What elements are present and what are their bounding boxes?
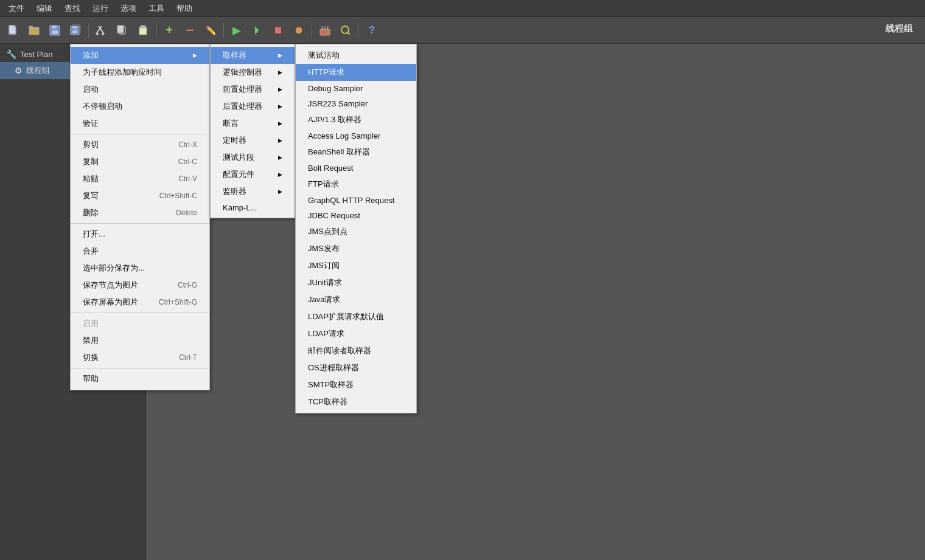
remove-button[interactable]: − <box>180 21 200 40</box>
find-button[interactable] <box>336 21 355 40</box>
menu-item-debug-sampler[interactable]: Debug Sampler <box>296 81 416 96</box>
menu-item-help[interactable]: 帮助 <box>71 370 209 387</box>
label: 打开... <box>83 229 105 240</box>
menu-item-os-process[interactable]: OS进程取样器 <box>296 359 416 376</box>
menu-item-add-response-time[interactable]: 为子线程添加响应时间 <box>71 64 209 81</box>
menu-item-ftp-request[interactable]: FTP请求 <box>296 176 416 193</box>
svg-rect-2 <box>29 26 33 28</box>
menu-item-timer[interactable]: 定时器 <box>211 132 295 149</box>
menu-item-start-no-pause[interactable]: 不停顿启动 <box>71 98 209 115</box>
menu-item-pre-processor[interactable]: 前置处理器 <box>211 81 295 98</box>
label: FTP请求 <box>308 179 339 190</box>
label: BeanShell 取样器 <box>308 147 370 157</box>
menu-item-paste[interactable]: 粘贴 Ctrl-V <box>71 170 209 187</box>
stop-button[interactable]: ⏹ <box>268 21 288 40</box>
run-button[interactable]: ▶ <box>227 21 246 40</box>
menu-item-add[interactable]: 添加 <box>71 47 209 64</box>
menu-item-delete[interactable]: 删除 Delete <box>71 204 209 221</box>
menu-item-ajp-sampler[interactable]: AJP/1.3 取样器 <box>296 111 416 128</box>
label: 启动 <box>83 84 99 95</box>
label: Access Log Sampler <box>308 131 380 140</box>
svg-rect-1 <box>29 27 39 35</box>
menu-item-jms-point[interactable]: JMS点到点 <box>296 223 416 240</box>
menu-item-toggle[interactable]: 切换 Ctrl-T <box>71 349 209 366</box>
label: Debug Sampler <box>308 84 363 93</box>
label: JUnit请求 <box>308 277 342 288</box>
menu-options[interactable]: 选项 <box>114 1 142 16</box>
menu-item-save-screen-img[interactable]: 保存屏幕为图片 Ctrl+Shift-G <box>71 294 209 311</box>
menu-item-jsr223-sampler[interactable]: JSR223 Sampler <box>296 96 416 111</box>
menu-item-sampler[interactable]: 取样器 <box>211 47 295 64</box>
add-button[interactable]: + <box>159 21 179 40</box>
menu-item-merge[interactable]: 合并 <box>71 243 209 260</box>
menu-item-config-element[interactable]: 配置元件 <box>211 166 295 183</box>
label: 邮件阅读者取样器 <box>308 345 371 356</box>
svg-rect-8 <box>72 30 77 33</box>
label: 启用 <box>83 318 99 329</box>
menu-item-post-processor[interactable]: 后置处理器 <box>211 98 295 115</box>
menu-item-copy[interactable]: 复制 Ctrl-C <box>71 153 209 170</box>
label: 不停顿启动 <box>83 101 122 112</box>
shortcut: Ctrl-C <box>178 157 197 166</box>
label: 禁用 <box>83 335 99 346</box>
open-button[interactable] <box>24 21 44 40</box>
menu-help[interactable]: 帮助 <box>170 1 198 16</box>
cut-button[interactable] <box>92 21 111 40</box>
menu-item-jms-subscribe[interactable]: JMS订阅 <box>296 257 416 274</box>
menu-item-ldap-ext[interactable]: LDAP扩展请求默认值 <box>296 308 416 325</box>
menu-item-ldap-request[interactable]: LDAP请求 <box>296 325 416 342</box>
menu-item-test-action[interactable]: 测试活动 <box>296 47 416 64</box>
saveall-button[interactable] <box>66 21 85 40</box>
paste-button[interactable] <box>133 21 153 40</box>
label: 剪切 <box>83 139 99 150</box>
clear-all-button[interactable] <box>315 21 335 40</box>
new-button[interactable] <box>4 21 23 40</box>
run-no-pause-button[interactable]: ⏵ <box>248 21 267 40</box>
menu-item-http-request[interactable]: HTTP请求 <box>296 64 416 81</box>
menu-run[interactable]: 运行 <box>86 1 114 16</box>
menu-find[interactable]: 查找 <box>58 1 86 16</box>
sep-l1-4 <box>71 368 209 368</box>
menu-edit[interactable]: 编辑 <box>30 1 58 16</box>
menu-item-junit-request[interactable]: JUnit请求 <box>296 274 416 291</box>
toolbar: + − ✏️ ▶ ⏵ ⏹ ⏺ ? <box>0 17 925 44</box>
menu-item-listener[interactable]: 监听器 <box>211 183 295 200</box>
edit-button[interactable]: ✏️ <box>201 21 220 40</box>
menu-item-duplicate[interactable]: 复写 Ctrl+Shift-C <box>71 187 209 204</box>
menu-item-mail-reader[interactable]: 邮件阅读者取样器 <box>296 342 416 359</box>
menu-item-validate[interactable]: 验证 <box>71 115 209 132</box>
menu-item-enable[interactable]: 启用 <box>71 315 209 332</box>
label: GraphQL HTTP Request <box>308 196 394 205</box>
menu-item-disable[interactable]: 禁用 <box>71 332 209 349</box>
sep4 <box>312 23 312 38</box>
shortcut: Ctrl-G <box>178 281 197 289</box>
menu-item-cut[interactable]: 剪切 Ctrl-X <box>71 136 209 153</box>
menu-item-jms-publish[interactable]: JMS发布 <box>296 240 416 257</box>
label: HTTP请求 <box>308 67 344 78</box>
label: OS进程取样器 <box>308 362 359 373</box>
menu-item-open[interactable]: 打开... <box>71 226 209 243</box>
menu-item-smtp[interactable]: SMTP取样器 <box>296 376 416 393</box>
menu-item-save-selection[interactable]: 选中部分保存为... <box>71 260 209 277</box>
menu-item-kamp[interactable]: Kamp-L... <box>211 200 295 215</box>
menu-item-logic-controller[interactable]: 逻辑控制器 <box>211 64 295 81</box>
menu-item-java-request[interactable]: Java请求 <box>296 291 416 308</box>
shutdown-button[interactable]: ⏺ <box>289 21 309 40</box>
menu-item-access-log-sampler[interactable]: Access Log Sampler <box>296 128 416 143</box>
menu-item-jdbc-request[interactable]: JDBC Request <box>296 208 416 223</box>
menu-file[interactable]: 文件 <box>2 1 30 16</box>
menu-tools[interactable]: 工具 <box>142 1 170 16</box>
help-button[interactable]: ? <box>362 21 382 40</box>
menu-item-save-node-img[interactable]: 保存节点为图片 Ctrl-G <box>71 277 209 294</box>
copy-button[interactable] <box>113 21 132 40</box>
menu-item-start[interactable]: 启动 <box>71 81 209 98</box>
menu-item-assertion[interactable]: 断言 <box>211 115 295 132</box>
menu-item-beanshell-sampler[interactable]: BeanShell 取样器 <box>296 143 416 161</box>
sep-l1-3 <box>71 313 209 313</box>
menu-item-graphql-request[interactable]: GraphQL HTTP Request <box>296 193 416 208</box>
menu-item-test-fragment[interactable]: 测试片段 <box>211 149 295 166</box>
label: 复制 <box>83 156 99 167</box>
menu-item-tcp[interactable]: TCP取样器 <box>296 393 416 410</box>
menu-item-bolt-request[interactable]: Bolt Request <box>296 161 416 176</box>
save-button[interactable] <box>45 21 65 40</box>
